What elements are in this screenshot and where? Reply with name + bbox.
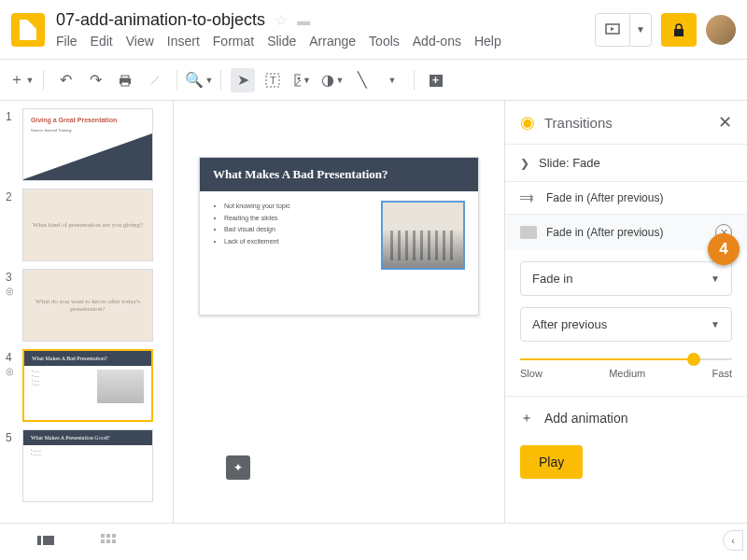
chevron-down-icon: ▼ [711,319,720,329]
chevron-down-icon: ▼ [711,273,720,284]
shape-tool[interactable]: ◑ ▼ [320,68,345,92]
add-animation-button[interactable]: ＋ Add animation [505,396,747,440]
slider-thumb[interactable] [687,353,700,366]
svg-text:T: T [270,75,276,86]
print-button[interactable] [113,68,137,92]
comment-tool[interactable]: + [424,68,448,92]
svg-rect-14 [106,534,110,538]
svg-rect-1 [674,29,684,36]
slide-thumb-4[interactable]: What Makes A Bad Presentation? • ——• ——•… [22,349,153,422]
slide-canvas[interactable]: What Makes A Bad Presentation? Not knowi… [199,157,479,315]
line-tool[interactable]: ╲ [350,68,374,92]
filmstrip-view-icon[interactable] [37,534,54,551]
menu-view[interactable]: View [126,34,154,49]
avatar[interactable] [706,15,736,45]
menu-slide[interactable]: Slide [267,34,296,49]
canvas-area[interactable]: What Makes A Bad Presentation? Not knowi… [174,101,504,523]
fade-icon [520,191,537,204]
menu-format[interactable]: Format [213,34,254,49]
animation-start-select[interactable]: After previous ▼ [520,307,732,342]
svg-rect-13 [101,534,105,538]
slide-image-selected[interactable] [381,201,465,270]
grid-view-icon[interactable] [101,534,116,551]
object-thumb-icon [520,226,537,239]
star-icon[interactable]: ☆ [275,11,288,29]
transitions-icon: ◉ [520,112,535,133]
filmstrip[interactable]: 1 Giving a Great Presentation Source: In… [0,101,174,523]
menu-edit[interactable]: Edit [91,34,113,49]
chevron-right-icon: ❯ [520,157,529,170]
lock-icon [670,22,687,37]
app-header: 07-add-animation-to-objects ☆ ▬ File Edi… [0,0,747,60]
new-slide-button[interactable]: ＋ ▼ [9,68,34,92]
close-icon[interactable]: ✕ [718,112,732,133]
animation-row-1[interactable]: Fade in (After previous) [505,181,747,214]
plus-icon: ＋ [520,410,533,427]
animation-indicator-icon: ◎ [6,366,22,376]
svg-rect-17 [106,539,110,543]
menu-bar: File Edit View Insert Format Slide Arran… [56,34,595,49]
svg-rect-15 [112,534,116,538]
slide-bullets[interactable]: Not knowing your topic Reading the slide… [213,201,370,270]
slide-number: 1 [6,108,22,181]
slide-number: 2 [6,189,22,261]
menu-addons[interactable]: Add-ons [413,34,461,49]
explore-button[interactable]: ✦ [226,455,250,480]
slide-number: 4◎ [6,349,22,422]
slide-number: 5 [6,429,22,502]
share-button[interactable] [661,13,697,47]
textbox-tool[interactable]: T [261,68,285,92]
transitions-panel: 4 ◉ Transitions ✕ ❯ Slide: Fade Fade in … [504,101,747,523]
svg-text:+: + [432,74,439,87]
folder-icon[interactable]: ▬ [297,13,310,28]
bottom-bar [0,523,747,560]
menu-tools[interactable]: Tools [369,34,400,49]
speed-slider[interactable] [520,358,732,360]
svg-rect-12 [43,536,54,545]
present-dropdown-icon[interactable]: ▼ [630,24,651,35]
menu-arrange[interactable]: Arrange [309,34,356,49]
animation-indicator-icon: ◎ [6,286,22,296]
slides-logo[interactable] [11,13,45,47]
svg-rect-4 [121,82,129,86]
panel-title: Transitions [544,115,709,131]
animation-type-select[interactable]: Fade in ▼ [520,261,732,296]
connector-tool[interactable]: ▼ [380,68,404,92]
zoom-button[interactable]: 🔍 ▼ [187,68,211,92]
slide-thumb-1[interactable]: Giving a Great Presentation Source: Inte… [22,108,153,181]
slide-thumb-3[interactable]: What do you want to know after today's p… [22,269,153,342]
svg-rect-16 [101,539,105,543]
play-button[interactable]: Play [520,445,583,479]
toolbar: ＋ ▼ ↶ ↷ ⟋ 🔍 ▼ ➤ T ▼ ◑ ▼ ╲ ▼ + [0,60,747,101]
callout-marker: 4 [708,233,740,265]
svg-rect-11 [37,536,41,545]
svg-rect-18 [112,539,116,543]
svg-point-8 [298,77,301,79]
menu-help[interactable]: Help [474,34,501,49]
slide-thumb-5[interactable]: What Makes A Presentation Good? • ———• —… [22,429,153,502]
slide-thumb-2[interactable]: What kind of presentation are you giving… [22,189,153,261]
image-tool[interactable]: ▼ [290,68,315,92]
select-tool[interactable]: ➤ [231,68,255,92]
slide-title[interactable]: What Makes A Bad Presentation? [200,158,478,191]
slide-number: 3◎ [6,269,22,342]
present-button[interactable]: ▼ [595,13,652,47]
present-icon [605,23,620,36]
collapse-sidebar-button[interactable]: ‹ [723,530,743,551]
doc-title[interactable]: 07-add-animation-to-objects [56,10,265,30]
paint-format-button[interactable]: ⟋ [143,68,167,92]
redo-button[interactable]: ↷ [83,68,107,92]
slide-transition-row[interactable]: ❯ Slide: Fade [505,144,747,181]
menu-file[interactable]: File [56,34,78,49]
menu-insert[interactable]: Insert [167,34,200,49]
undo-button[interactable]: ↶ [53,68,78,92]
svg-rect-3 [121,76,129,78]
